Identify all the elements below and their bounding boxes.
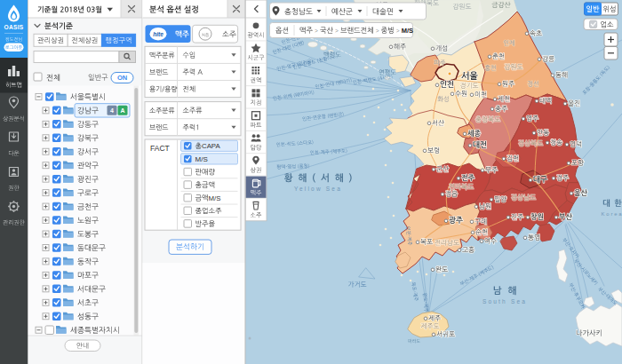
svg-text:ON: ON xyxy=(117,74,127,82)
svg-text:Korea: Korea xyxy=(601,211,622,217)
svg-text:FACT: FACT xyxy=(150,144,170,153)
svg-text:CAPA: CAPA xyxy=(202,142,220,150)
svg-text:>: > xyxy=(376,28,379,34)
svg-text:M/S: M/S xyxy=(209,194,221,202)
svg-text:A: A xyxy=(120,107,124,114)
svg-text:4: 4 xyxy=(110,107,114,114)
svg-text:>: > xyxy=(396,28,400,34)
svg-text:OASIS: OASIS xyxy=(4,24,23,30)
svg-text:>: > xyxy=(315,28,318,34)
svg-text:>: > xyxy=(335,28,339,34)
svg-text:South Sea: South Sea xyxy=(482,298,527,305)
svg-text:M/S: M/S xyxy=(195,155,208,163)
svg-text:M/S: M/S xyxy=(402,27,413,35)
svg-text:Yellow Sea: Yellow Sea xyxy=(294,186,342,192)
svg-text:hite: hite xyxy=(153,31,163,37)
